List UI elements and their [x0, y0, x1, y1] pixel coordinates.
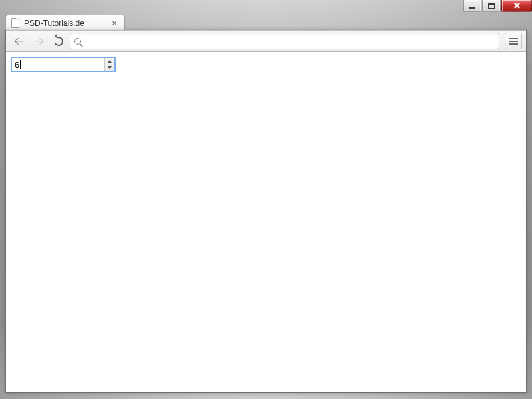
browser-tab[interactable]: PSD-Tutorials.de × — [5, 15, 125, 31]
tab-title: PSD-Tutorials.de — [24, 19, 110, 28]
window-controls: ✕ — [462, 0, 532, 13]
minimize-button[interactable] — [463, 0, 481, 12]
forward-button[interactable]: 🡢 — [30, 33, 47, 50]
number-spinner — [104, 58, 114, 71]
minimize-icon — [469, 7, 475, 9]
text-caret — [20, 60, 21, 69]
chevron-down-icon — [108, 66, 112, 69]
browser-window: 🡠 🡢 6 — [5, 30, 527, 393]
back-button[interactable]: 🡠 — [10, 33, 27, 50]
maximize-icon — [488, 3, 495, 9]
close-icon: ✕ — [513, 1, 521, 11]
number-input-value[interactable]: 6 — [12, 58, 104, 71]
address-bar[interactable] — [70, 33, 499, 49]
tab-close-button[interactable]: × — [110, 19, 119, 27]
page-content: 6 — [6, 52, 526, 392]
file-icon — [11, 18, 20, 28]
tabstrip: PSD-Tutorials.de × — [0, 13, 532, 31]
url-input[interactable] — [85, 36, 495, 46]
close-window-button[interactable]: ✕ — [501, 0, 532, 12]
menu-button[interactable] — [505, 33, 522, 49]
arrow-right-icon: 🡢 — [34, 35, 44, 47]
maximize-button[interactable] — [482, 0, 501, 12]
search-icon — [74, 38, 81, 45]
number-input[interactable]: 6 — [11, 57, 115, 72]
chevron-up-icon — [108, 60, 112, 63]
reload-icon — [53, 35, 64, 47]
window-titlebar: ✕ — [0, 0, 532, 13]
hamburger-icon — [509, 38, 518, 39]
reload-button[interactable] — [50, 33, 67, 50]
spinner-down-button[interactable] — [105, 65, 114, 72]
spinner-up-button[interactable] — [105, 58, 114, 65]
arrow-left-icon: 🡠 — [14, 35, 24, 47]
toolbar: 🡠 🡢 — [6, 30, 526, 52]
